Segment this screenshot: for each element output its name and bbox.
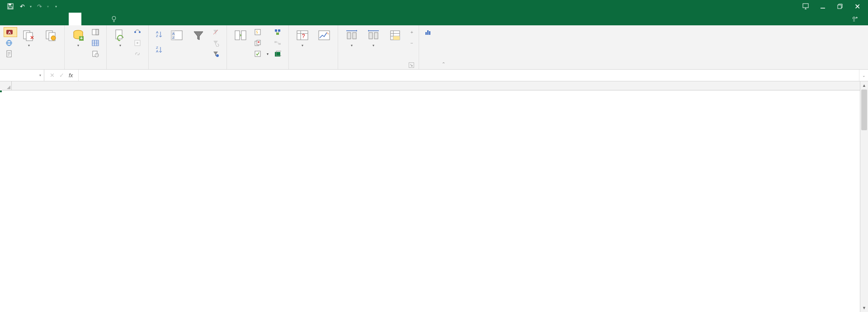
formula-bar[interactable]	[79, 70, 859, 81]
from-web-button[interactable]	[4, 38, 17, 48]
share-button[interactable]	[844, 13, 868, 25]
clear-icon	[212, 28, 219, 36]
close-button[interactable]: ✕	[850, 0, 864, 13]
what-if-analysis-button[interactable]: ? ▾	[292, 27, 312, 49]
scroll-down-button[interactable]: ▼	[860, 304, 868, 312]
svg-rect-28	[96, 29, 99, 35]
scrollbar-thumb[interactable]	[861, 90, 867, 130]
refresh-all-button[interactable]: ▾	[110, 27, 130, 49]
svg-rect-73	[369, 33, 373, 39]
existing-connections-button[interactable]	[41, 27, 61, 44]
filter-button[interactable]	[189, 27, 208, 44]
text-to-columns-button[interactable]	[231, 27, 250, 44]
svg-point-50	[216, 54, 219, 57]
group-label	[110, 67, 145, 69]
name-box[interactable]: ▾	[0, 70, 44, 81]
name-box-dropdown[interactable]: ▾	[39, 73, 41, 77]
advanced-filter-button[interactable]	[210, 49, 223, 59]
group-data-tools: ▾	[227, 25, 289, 69]
consolidate-button[interactable]	[272, 27, 285, 37]
from-other-sources-button[interactable]: ▾	[19, 27, 39, 49]
insert-function-button[interactable]: fx	[69, 72, 73, 79]
sort-desc-icon: ZA	[154, 45, 163, 54]
redo-button[interactable]: ↷	[35, 2, 43, 10]
svg-point-40	[137, 42, 138, 44]
hide-detail-button[interactable]: −	[409, 38, 415, 48]
advanced-icon	[212, 50, 219, 57]
svg-rect-1	[9, 4, 11, 5]
group-label	[292, 67, 334, 69]
svg-text:?: ?	[302, 33, 305, 39]
dialog-launcher-icon[interactable]: ↘	[409, 62, 414, 68]
recent-sources-button[interactable]	[90, 49, 103, 59]
refresh-icon	[113, 28, 127, 43]
edit-links-icon	[134, 50, 141, 57]
collapse-ribbon-button[interactable]: ⌃	[439, 25, 448, 69]
vertical-scrollbar[interactable]: ▲ ▼	[860, 81, 868, 312]
undo-button[interactable]: ↶	[18, 2, 26, 10]
minimize-button[interactable]	[816, 0, 830, 13]
manage-data-model-button[interactable]	[272, 49, 285, 59]
new-query-button[interactable]: + ▾	[68, 27, 88, 49]
restore-button[interactable]	[833, 0, 847, 13]
recent-sources-icon	[92, 50, 99, 57]
svg-point-23	[51, 36, 56, 40]
relationships-icon	[274, 39, 281, 47]
sort-button[interactable]: AZ	[167, 27, 187, 44]
group-button[interactable]: ▾	[342, 27, 362, 49]
tab-data[interactable]	[69, 13, 81, 25]
scroll-up-button[interactable]: ▲	[860, 81, 868, 90]
forecast-sheet-button[interactable]	[314, 27, 334, 44]
subtotal-button[interactable]	[385, 27, 405, 44]
redo-dropdown[interactable]: ▾	[47, 5, 49, 9]
expand-formula-bar-button[interactable]: ⌄	[859, 70, 868, 81]
select-all-button[interactable]	[0, 81, 12, 90]
save-icon[interactable]	[6, 2, 14, 10]
tab-insert[interactable]	[31, 13, 43, 25]
tell-me-search[interactable]	[107, 13, 119, 25]
group-label	[423, 67, 435, 69]
tab-home[interactable]	[18, 13, 31, 25]
svg-rect-52	[241, 31, 246, 40]
tab-view[interactable]	[94, 13, 107, 25]
show-queries-icon	[92, 28, 99, 36]
tab-review[interactable]	[81, 13, 94, 25]
group-icon	[344, 28, 359, 43]
data-analysis-button[interactable]	[423, 27, 435, 37]
reapply-button[interactable]	[210, 38, 223, 48]
sort-asc-icon: AZ	[154, 30, 163, 39]
from-access-button[interactable]: A	[4, 27, 17, 37]
svg-rect-81	[427, 30, 429, 35]
show-queries-button[interactable]	[90, 27, 103, 37]
title-bar: ↶ ▾ ↷ ▾ ▾ ✕	[0, 0, 868, 13]
undo-dropdown[interactable]: ▾	[30, 5, 32, 9]
from-table-button[interactable]	[90, 38, 103, 48]
from-text-button[interactable]	[4, 49, 17, 59]
tab-page-layout[interactable]	[43, 13, 56, 25]
connections-button[interactable]	[132, 27, 145, 37]
show-detail-button[interactable]: +	[409, 27, 415, 37]
tab-formulas[interactable]	[56, 13, 69, 25]
properties-button[interactable]	[132, 38, 145, 48]
svg-rect-63	[278, 43, 281, 45]
name-box-input[interactable]	[3, 72, 30, 79]
flash-fill-button[interactable]	[252, 27, 270, 37]
svg-rect-62	[274, 41, 277, 43]
svg-rect-2	[9, 7, 12, 9]
sort-asc-button[interactable]: AZ	[152, 28, 165, 41]
clear-filter-button[interactable]	[210, 27, 223, 37]
remove-duplicates-button[interactable]	[252, 38, 270, 48]
cancel-formula-button[interactable]: ✕	[50, 72, 55, 79]
qat-customize[interactable]: ▾	[55, 5, 57, 9]
edit-links-button[interactable]	[132, 49, 145, 59]
ungroup-button[interactable]: ▾	[363, 27, 383, 49]
sort-desc-button[interactable]: ZA	[152, 43, 165, 57]
tab-file[interactable]	[4, 13, 18, 25]
ribbon-display-options-icon[interactable]	[798, 0, 813, 13]
subtotal-icon	[388, 28, 402, 43]
data-validation-button[interactable]: ▾	[252, 49, 270, 59]
enter-formula-button[interactable]: ✓	[59, 72, 64, 79]
relationships-button[interactable]	[272, 38, 285, 48]
svg-rect-74	[374, 33, 378, 39]
chevron-down-icon: ▾	[77, 43, 79, 48]
